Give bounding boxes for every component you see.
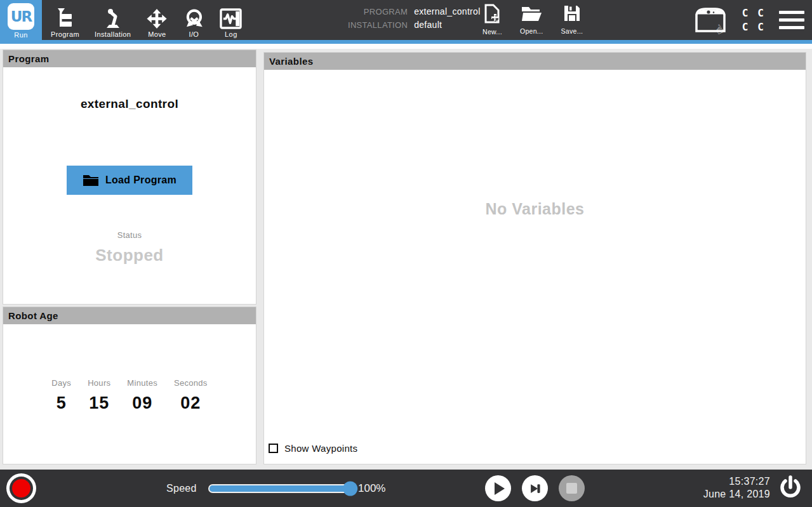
load-program-label: Load Program	[105, 174, 176, 186]
show-waypoints-row[interactable]: Show Waypoints	[269, 443, 357, 454]
speed-label: Speed	[166, 483, 197, 494]
top-right-cluster: ☝ C C C C	[693, 0, 806, 40]
save-button[interactable]: Save...	[561, 4, 583, 36]
play-button[interactable]	[485, 475, 511, 501]
stop-icon	[566, 483, 577, 494]
clock-date: June 14, 2019	[703, 488, 770, 501]
program-tree-icon	[55, 8, 74, 29]
top-bar-accent-line	[0, 40, 812, 44]
file-actions: New... Open... Save...	[483, 4, 583, 36]
new-button[interactable]: New...	[483, 4, 502, 36]
tab-run[interactable]: UR Run	[0, 0, 42, 44]
tab-installation[interactable]: Installation	[87, 0, 138, 40]
folder-icon	[83, 173, 99, 187]
program-name: external_control	[3, 97, 256, 111]
load-program-button[interactable]: Load Program	[67, 166, 192, 195]
tab-run-label: Run	[14, 31, 27, 39]
variables-panel-header: Variables	[264, 53, 806, 70]
log-chart-icon	[220, 8, 242, 29]
open-button[interactable]: Open...	[520, 4, 543, 36]
program-label: PROGRAM	[348, 7, 408, 16]
red-status-light	[12, 479, 30, 497]
playback-controls	[485, 475, 585, 501]
age-minutes: Minutes 09	[127, 378, 157, 413]
robot-arm-icon	[102, 8, 124, 29]
robot-age-counters: Days 5 Hours 15 Minutes 09 Seconds 02	[3, 378, 256, 413]
new-file-icon	[484, 4, 500, 26]
speed-slider-fill	[210, 485, 352, 492]
top-nav: Program Installation	[43, 0, 250, 40]
speed-slider-thumb[interactable]	[343, 481, 357, 496]
io-icon	[183, 8, 204, 29]
robot-age-panel: Robot Age Days 5 Hours 15 Minutes 09	[3, 306, 256, 464]
move-arrows-icon	[146, 8, 168, 29]
speed-slider[interactable]	[208, 484, 353, 493]
power-button[interactable]	[776, 475, 804, 503]
robot-age-header: Robot Age	[3, 307, 256, 324]
status-label: Status	[3, 230, 256, 240]
content-area: Program external_control Load Program St…	[0, 44, 812, 470]
footer-bar: Speed 100% 15:37:27	[0, 470, 812, 507]
age-seconds: Seconds 02	[174, 378, 208, 413]
polyscope-screen: UR Run Program Instal	[0, 0, 812, 507]
robot-status-button[interactable]	[6, 473, 36, 503]
program-panel-header: Program	[3, 50, 256, 67]
save-floppy-icon	[563, 4, 581, 25]
no-variables-text: No Variables	[264, 200, 806, 218]
installation-label: INSTALLATION	[348, 20, 408, 30]
stop-button[interactable]	[559, 475, 585, 501]
clock-time: 15:37:27	[703, 475, 770, 488]
age-hours: Hours 15	[88, 378, 110, 413]
clock: 15:37:27 June 14, 2019	[703, 475, 770, 501]
teach-pendant-button[interactable]: ☝	[693, 6, 728, 35]
tab-move[interactable]: Move	[138, 0, 175, 40]
open-folder-icon	[521, 4, 542, 25]
loaded-file-info: PROGRAM external_control INSTALLATION de…	[348, 6, 481, 30]
step-icon	[528, 482, 542, 496]
io-icon-tab[interactable]: I/O	[175, 0, 212, 40]
program-value: external_control	[414, 6, 480, 16]
installation-value: default	[414, 20, 480, 30]
cccc-indicator[interactable]: C C C C	[742, 7, 764, 33]
variables-panel: Variables No Variables Show Waypoints	[263, 52, 806, 464]
step-button[interactable]	[522, 475, 548, 501]
program-panel: Program external_control Load Program St…	[3, 49, 256, 305]
show-waypoints-label: Show Waypoints	[284, 443, 357, 454]
status-value: Stopped	[3, 246, 256, 265]
age-days: Days 5	[51, 378, 71, 413]
hamburger-menu-icon[interactable]	[778, 8, 806, 32]
play-icon	[495, 482, 505, 495]
power-icon	[778, 475, 803, 502]
tab-log[interactable]: Log	[212, 0, 250, 40]
show-waypoints-checkbox[interactable]	[269, 444, 278, 453]
speed-value: 100%	[358, 482, 385, 495]
ur-logo: UR	[8, 3, 34, 30]
tab-program[interactable]: Program	[43, 0, 87, 40]
